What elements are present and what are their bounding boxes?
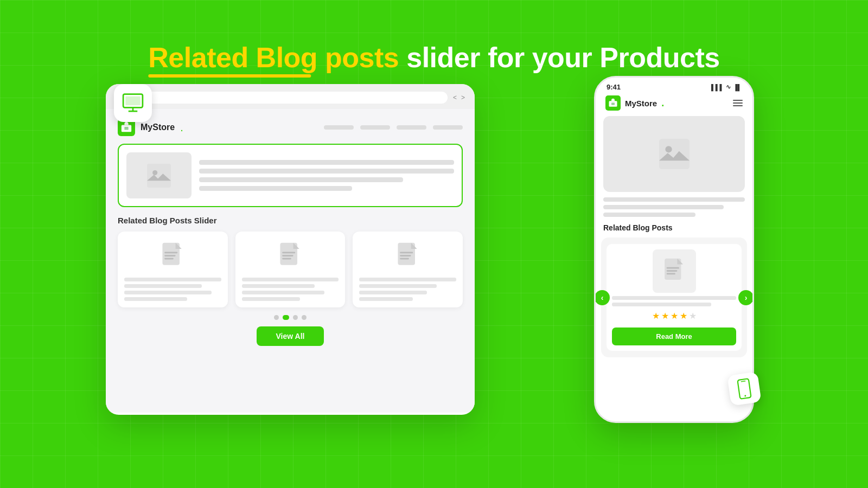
phone-line-2 <box>603 205 724 209</box>
nav-arrow-left: < <box>453 94 457 101</box>
svg-rect-28 <box>737 378 751 399</box>
desktop-badge <box>114 84 152 122</box>
desktop-nav-lines <box>324 125 463 130</box>
star-5-empty: ★ <box>689 311 697 321</box>
hero-image-icon <box>147 164 171 188</box>
hero-line-3 <box>199 177 403 182</box>
phone-text-lines <box>596 197 752 217</box>
hero-line-1 <box>199 160 454 165</box>
page-title: Related Blog posts slider for your Produ… <box>148 41 719 74</box>
title-rest: slider for your Products <box>406 42 719 73</box>
phone-card-lines <box>612 296 736 306</box>
address-bar <box>146 92 448 104</box>
phone-store-logo <box>605 95 621 111</box>
slider-next-button[interactable]: › <box>738 290 754 305</box>
nav-line-3 <box>397 125 426 130</box>
desktop-store-name: MyStore <box>141 123 175 132</box>
svg-rect-26 <box>666 270 677 272</box>
read-more-button[interactable]: Read More <box>612 328 736 345</box>
svg-point-23 <box>665 146 672 152</box>
blog-card-icon-1 <box>156 238 189 273</box>
desktop-hero-image <box>126 152 192 198</box>
desktop-pagination <box>118 315 463 320</box>
desktop-store-header: MyStore. <box>118 119 463 136</box>
nav-line-1 <box>324 125 354 130</box>
related-blog-posts-title: Related Blog Posts <box>596 223 752 232</box>
doc-icon-1 <box>158 242 187 270</box>
desktop-blog-card-2 <box>235 232 346 307</box>
ham-line-1 <box>733 100 743 101</box>
phone-badge <box>727 371 761 406</box>
nav-line-4 <box>433 125 463 130</box>
slider-section-title: Related Blog Posts Slider <box>118 216 463 225</box>
nav-arrow-right: > <box>461 94 465 101</box>
desktop-tab-bar: < > <box>106 84 475 109</box>
phone-time: 9:41 <box>607 83 621 91</box>
hero-line-2 <box>199 169 454 174</box>
svg-rect-3 <box>125 97 141 106</box>
title-highlight-wrapper: Related Blog posts <box>148 42 406 73</box>
view-all-button[interactable]: View All <box>257 326 324 346</box>
svg-rect-11 <box>164 258 174 259</box>
phone-line-1 <box>603 197 745 202</box>
star-2: ★ <box>661 311 669 321</box>
svg-rect-17 <box>400 252 413 253</box>
desktop-content: MyStore. <box>106 109 475 413</box>
ham-line-3 <box>733 105 743 106</box>
desktop-hero-section <box>118 144 463 207</box>
phone-doc-icon <box>661 258 688 285</box>
blog-card-icon-2 <box>274 238 307 273</box>
desktop-blog-cards <box>118 232 463 307</box>
card-lines-1 <box>124 278 221 301</box>
phone-card-icon <box>653 249 696 293</box>
star-4: ★ <box>680 311 687 321</box>
svg-rect-19 <box>400 258 409 259</box>
svg-rect-13 <box>282 252 295 253</box>
pagination-dot-4[interactable] <box>302 315 307 320</box>
svg-rect-9 <box>164 252 177 253</box>
ham-line-2 <box>733 102 743 104</box>
svg-rect-25 <box>666 267 679 269</box>
pagination-dot-2[interactable] <box>283 315 289 320</box>
blog-card-icon-3 <box>392 238 424 273</box>
svg-rect-21 <box>611 102 615 105</box>
nav-arrows: < > <box>453 94 465 101</box>
svg-rect-22 <box>659 139 690 169</box>
phone-store-name: MyStore <box>625 99 657 108</box>
svg-point-7 <box>152 170 157 175</box>
svg-rect-14 <box>282 255 293 256</box>
nav-line-2 <box>360 125 390 130</box>
svg-rect-15 <box>282 258 291 259</box>
doc-icon-2 <box>276 242 304 270</box>
star-1: ★ <box>652 311 660 321</box>
svg-rect-18 <box>400 255 411 256</box>
phone-header: MyStore. <box>596 93 752 116</box>
svg-rect-5 <box>124 127 128 130</box>
star-3: ★ <box>671 311 678 321</box>
phone-line-3 <box>603 213 695 217</box>
svg-rect-27 <box>666 273 675 275</box>
wifi-icon: ∿ <box>726 84 731 91</box>
monitor-icon <box>121 91 145 115</box>
pagination-dot-3[interactable] <box>293 315 298 320</box>
hamburger-menu-icon[interactable] <box>733 100 743 106</box>
phone-status-icons: ▌▌▌ ∿ ▐▌ <box>711 84 742 91</box>
phone-status-bar: 9:41 ▌▌▌ ∿ ▐▌ <box>596 78 752 93</box>
phone-hero-image <box>603 116 745 192</box>
desktop-blog-card-1 <box>118 232 228 307</box>
card-lines-3 <box>359 278 456 301</box>
svg-rect-10 <box>164 255 175 256</box>
signal-icon: ▌▌▌ <box>711 84 724 91</box>
phone-logo-icon <box>608 98 618 108</box>
svg-rect-6 <box>147 164 171 188</box>
card-lines-2 <box>242 278 339 301</box>
slider-prev-button[interactable]: ‹ <box>595 290 610 305</box>
battery-icon: ▐▌ <box>733 84 742 91</box>
pagination-dot-1[interactable] <box>274 315 279 320</box>
phone-mockup: 9:41 ▌▌▌ ∿ ▐▌ MyStore. Related Blog <box>594 76 754 423</box>
mobile-icon <box>733 377 756 401</box>
svg-point-29 <box>744 395 746 396</box>
svg-rect-30 <box>741 381 746 382</box>
desktop-hero-lines <box>199 152 454 198</box>
desktop-blog-card-3 <box>353 232 463 307</box>
